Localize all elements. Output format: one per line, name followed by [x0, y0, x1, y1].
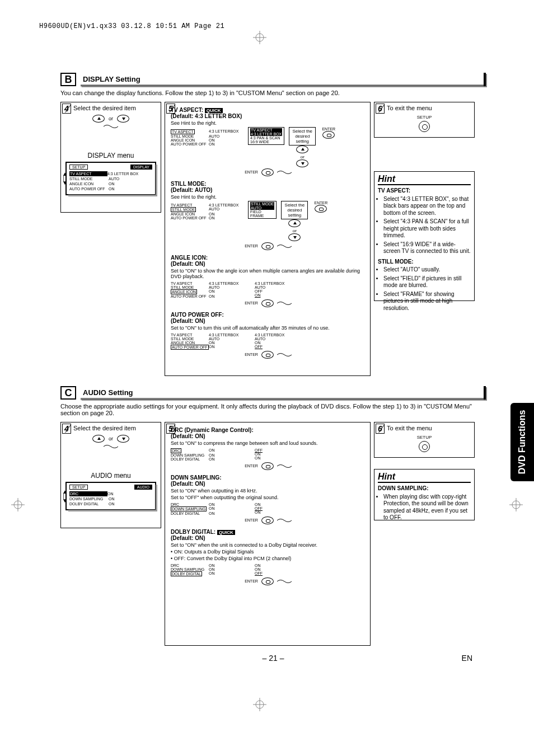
setup-button-icon — [419, 441, 430, 452]
crop-mark-left — [11, 498, 25, 511]
enter-button-icon — [261, 168, 274, 176]
down-button-icon — [296, 159, 308, 167]
lang-code: EN — [462, 654, 472, 663]
display-menu-box: SETUP DISPLAY TV ASPECT4:3 LETTER BOX ST… — [65, 162, 156, 195]
tv-aspect-block: TV ASPECT: QUICK (Default: 4:3 LETTER BO… — [165, 105, 370, 179]
print-header: H9600UD(EN)v1.qx33 03.12.8 10:51 AM Page… — [39, 22, 224, 30]
hint-box-c: Hint DOWN SAMPLING: When playing disc wi… — [374, 469, 475, 520]
dolby-digital-block: DOLBY DIGITAL: QUICK (Default: ON) Set t… — [165, 527, 370, 588]
display-menu-label: DISPLAY menu — [61, 152, 161, 159]
step4-title: Select the desired item — [73, 105, 161, 111]
section-letter-b: B — [60, 73, 76, 86]
crop-mark-right — [509, 498, 523, 511]
still-mode-block: STILL MODE: (Default: AUTO) See Hint to … — [165, 179, 370, 252]
hint-box-b: Hint TV ASPECT: Select "4:3 LETTER BOX",… — [374, 171, 475, 301]
crop-mark-bottom — [253, 698, 266, 711]
section-letter-c: C — [60, 386, 76, 400]
page-number: – 21 – EN — [60, 654, 486, 663]
section-b-header: B DISPLAY Setting — [60, 73, 486, 86]
section-c-header: C AUDIO Setting — [60, 386, 486, 400]
section-title-display: DISPLAY Setting — [83, 75, 140, 83]
up-button-icon — [92, 115, 105, 123]
intro-b: You can change the display functions. Fo… — [60, 90, 486, 96]
step6-title: To exit the menu — [387, 105, 474, 111]
diagram-c: 4 Select the desired item or AUDIO menu … — [60, 422, 486, 646]
auto-power-off-block: AUTO POWER OFF: (Default: ON) Set to "ON… — [165, 309, 370, 361]
down-button-icon — [117, 115, 129, 123]
setup-button-icon — [419, 121, 430, 132]
down-sampling-block: DOWN SAMPLING: (Default: ON) Set to "ON"… — [165, 472, 370, 527]
audio-menu-label: AUDIO menu — [61, 472, 161, 480]
up-button-icon — [296, 145, 308, 153]
intro-c: Choose the appropriate audio settings fo… — [60, 403, 486, 416]
angle-icon-block: ANGLE ICON: (Default: ON) Set to "ON" to… — [165, 252, 370, 309]
crop-mark-top — [253, 31, 266, 44]
diagram-b: 4 Select the desired item or DISPLAY men… — [60, 102, 486, 376]
section-title-audio: AUDIO Setting — [83, 388, 133, 397]
motion-icon — [102, 124, 119, 129]
enter-button-icon — [322, 131, 335, 139]
or-text: or — [109, 116, 113, 121]
audio-menu-box: SETUP AUDIO DRCON DOWN SAMPLINGON DOLBY … — [65, 482, 156, 510]
drc-block: DRC (Dynamic Range Control): (Default: O… — [165, 425, 370, 472]
side-tab-dvd-functions: DVD Functions — [510, 403, 534, 481]
